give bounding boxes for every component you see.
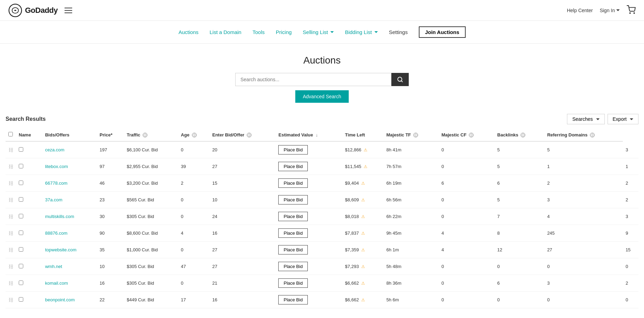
row-bids: 22 <box>97 292 124 308</box>
place-bid-button[interactable]: Place Bid <box>278 245 308 254</box>
row-checkbox[interactable] <box>19 181 23 185</box>
row-traffic: 0 <box>178 275 209 292</box>
cart-icon[interactable] <box>627 5 636 15</box>
col-estimated-value[interactable]: Estimated Value ↓ <box>276 128 342 141</box>
place-bid-button[interactable]: Place Bid <box>278 295 308 304</box>
place-bid-button[interactable]: Place Bid <box>278 162 308 171</box>
search-bar <box>0 73 644 86</box>
nav-list-domain[interactable]: List a Domain <box>210 29 242 35</box>
row-external-link-icon[interactable]: ⛓ <box>8 247 13 253</box>
row-checkbox[interactable] <box>19 197 23 202</box>
row-link-icon-cell: ⛓ <box>6 292 16 308</box>
join-auctions-button[interactable]: Join Auctions <box>419 26 466 38</box>
row-checkbox[interactable] <box>19 214 23 218</box>
place-bid-button[interactable]: Place Bid <box>278 278 308 288</box>
row-checkbox-cell <box>16 292 42 308</box>
row-bid-cell: Place Bid <box>276 292 342 308</box>
row-external-link-icon[interactable]: ⛓ <box>8 147 13 153</box>
domain-link[interactable]: beonpoint.com <box>45 297 75 302</box>
export-button[interactable]: Export <box>608 114 638 124</box>
svg-point-2 <box>634 13 635 14</box>
domain-link[interactable]: multiskills.com <box>45 214 74 219</box>
bidding-list-chevron <box>374 31 378 33</box>
select-all-checkbox[interactable] <box>8 132 13 136</box>
advanced-search-button[interactable]: Advanced Search <box>295 90 349 103</box>
row-external-link-icon[interactable]: ⛓ <box>8 281 13 286</box>
enter-bid-info-icon[interactable]: ⓘ <box>247 133 252 137</box>
row-checkbox[interactable] <box>19 297 23 302</box>
place-bid-button[interactable]: Place Bid <box>278 212 308 221</box>
backlinks-info-icon[interactable]: ⓘ <box>520 133 525 137</box>
row-checkbox[interactable] <box>19 247 23 252</box>
logo: GoDaddy <box>8 3 58 17</box>
svg-line-4 <box>401 81 402 82</box>
results-actions: Searches Export <box>567 114 638 124</box>
row-external-link-icon[interactable]: ⛓ <box>8 297 13 303</box>
nav-auctions[interactable]: Auctions <box>178 29 198 35</box>
row-checkbox[interactable] <box>19 264 23 268</box>
row-traffic: 0 <box>178 141 209 158</box>
hamburger-menu[interactable] <box>63 6 74 15</box>
row-domain: 37a.com <box>42 192 97 208</box>
row-backlinks: 5 <box>544 141 623 158</box>
row-external-link-icon[interactable]: ⛓ <box>8 264 13 269</box>
row-majestic-cf: 5 <box>494 158 544 175</box>
domain-link[interactable]: ceza.com <box>45 147 65 152</box>
row-time-left: 6h 56m <box>383 192 439 208</box>
row-bid-cell: Place Bid <box>276 258 342 275</box>
row-external-link-icon[interactable]: ⛓ <box>8 197 13 203</box>
row-age: 20 <box>210 141 276 158</box>
age-info-icon[interactable]: ⓘ <box>192 133 197 137</box>
table-header-row: Name Bids/Offers Price* Traffic ⓘ Age ⓘ <box>6 128 638 141</box>
domain-link[interactable]: 88876.com <box>45 231 67 236</box>
row-checkbox[interactable] <box>19 147 23 152</box>
place-bid-button[interactable]: Place Bid <box>278 228 308 238</box>
searches-button[interactable]: Searches <box>567 114 604 124</box>
domain-link[interactable]: litebox.com <box>45 164 68 169</box>
nav-settings[interactable]: Settings <box>389 29 408 35</box>
place-bid-button[interactable]: Place Bid <box>278 262 308 271</box>
domain-link[interactable]: 37a.com <box>45 197 62 202</box>
search-input[interactable] <box>235 73 391 86</box>
traffic-info-icon[interactable]: ⓘ <box>143 133 147 137</box>
help-center-link[interactable]: Help Center <box>567 8 593 13</box>
search-button[interactable] <box>391 73 409 86</box>
row-external-link-icon[interactable]: ⛓ <box>8 164 13 169</box>
row-external-link-icon[interactable]: ⛓ <box>8 214 13 219</box>
domain-link[interactable]: komail.com <box>45 281 68 286</box>
row-majestic-tf: 0 <box>439 208 494 225</box>
row-bids: 16 <box>97 275 124 292</box>
nav-pricing[interactable]: Pricing <box>276 29 292 35</box>
nav-tools[interactable]: Tools <box>253 29 265 35</box>
table-row: ⛓ komail.com 16 $305 Cur. Bid 0 21 Place… <box>6 275 638 292</box>
warn-icon: ⚠ <box>361 264 365 269</box>
row-majestic-tf: 4 <box>439 242 494 258</box>
majestic-cf-info-icon[interactable]: ⓘ <box>469 133 474 137</box>
row-external-link-icon[interactable]: ⛓ <box>8 231 13 236</box>
row-checkbox[interactable] <box>19 231 23 235</box>
sign-in-button[interactable]: Sign In <box>600 8 620 13</box>
row-referring-domains: 3 <box>623 208 638 225</box>
row-checkbox[interactable] <box>19 164 23 168</box>
col-age: Age ⓘ <box>178 128 209 141</box>
domain-link[interactable]: topwebsite.com <box>45 247 76 252</box>
row-bid-cell: Place Bid <box>276 208 342 225</box>
row-external-link-icon[interactable]: ⛓ <box>8 181 13 186</box>
majestic-tf-info-icon[interactable]: ⓘ <box>413 133 418 137</box>
place-bid-button[interactable]: Place Bid <box>278 195 308 204</box>
referring-domains-info-icon[interactable]: ⓘ <box>590 133 595 137</box>
row-traffic: 0 <box>178 208 209 225</box>
place-bid-button[interactable]: Place Bid <box>278 178 308 188</box>
place-bid-button[interactable]: Place Bid <box>278 145 308 154</box>
row-checkbox[interactable] <box>19 281 23 285</box>
row-time-left: 9h 45m <box>383 225 439 242</box>
domain-link[interactable]: 66778.com <box>45 181 67 186</box>
row-estimated-value: $7,293 ⚠ <box>342 258 383 275</box>
row-referring-domains: 1 <box>623 158 638 175</box>
header-right: Help Center Sign In <box>567 5 636 15</box>
warn-icon: ⚠ <box>361 248 365 252</box>
nav-selling-list[interactable]: Selling List <box>303 29 334 35</box>
nav-bidding-list[interactable]: Bidding List <box>345 29 378 35</box>
domain-link[interactable]: wmh.net <box>45 264 62 269</box>
warn-icon: ⚠ <box>361 231 365 236</box>
